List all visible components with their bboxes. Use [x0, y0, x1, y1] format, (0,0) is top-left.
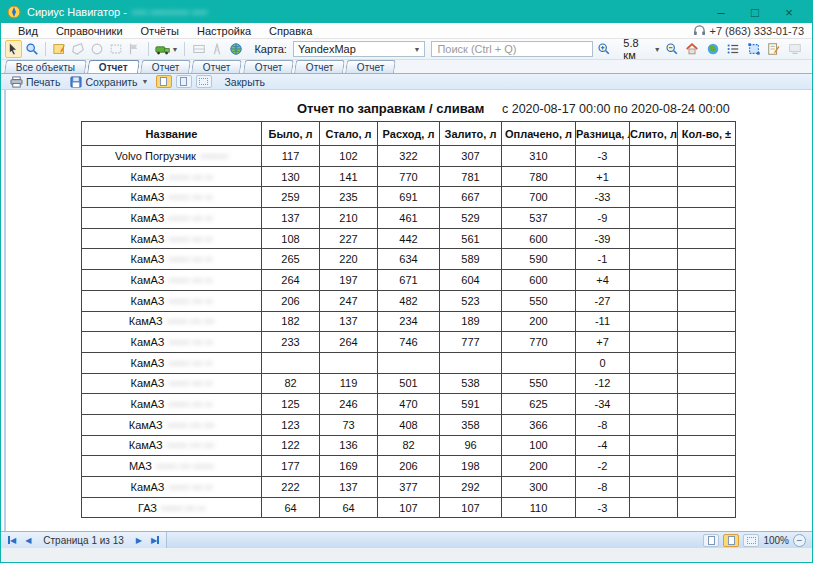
value-cell: [630, 373, 678, 394]
value-cell: [678, 249, 736, 270]
minimize-icon[interactable]: –: [704, 1, 738, 23]
prev-page-icon[interactable]: ◀: [22, 536, 34, 545]
redacted-plate: •••••• ••• ••: [168, 234, 212, 245]
notepad-edit-icon[interactable]: [765, 40, 784, 58]
geozone-globe-icon[interactable]: [228, 40, 245, 58]
title-bar: Сириус Навигатор - •••• •••••••••• •••• …: [1, 1, 812, 23]
vehicle-name-cell: КамАЗ•••••• ••• ••: [82, 166, 262, 187]
value-cell: [630, 456, 678, 477]
report-tab[interactable]: Отчет: [346, 60, 397, 73]
table-row[interactable]: КамАЗ•••••• ••• •• 259235691667700-33: [82, 187, 736, 208]
vehicle-name-cell: КамАЗ•••••• ••• ••: [82, 332, 262, 353]
table-row[interactable]: ГАЗ•••••• ••• •• 6464107107110-3: [82, 497, 736, 518]
multi-page-view-button[interactable]: [176, 75, 192, 88]
first-page-icon[interactable]: ◀: [5, 536, 19, 545]
value-cell: [630, 332, 678, 353]
globe-icon[interactable]: [704, 40, 723, 58]
normal-view-button[interactable]: [703, 534, 719, 547]
column-header: Разница, л: [576, 122, 630, 146]
value-cell: 182: [262, 311, 320, 332]
report-tab[interactable]: Отчет: [294, 60, 345, 73]
value-cell: 667: [440, 187, 502, 208]
zoom-in-icon[interactable]: [595, 40, 614, 58]
value-cell: 235: [320, 187, 378, 208]
menu-item[interactable]: Отчёты: [132, 25, 188, 37]
table-row[interactable]: КамАЗ•••••• ••• ••• 12373408358366-8: [82, 414, 736, 435]
value-cell: -9: [576, 208, 630, 229]
last-page-icon[interactable]: ▶: [148, 536, 162, 545]
zoom-out-slider-icon[interactable]: −: [793, 534, 806, 547]
rect-tool-icon: [107, 40, 124, 58]
value-cell: 591: [440, 394, 502, 415]
menu-item[interactable]: Вид: [9, 25, 47, 37]
zoom-out-icon[interactable]: [663, 40, 682, 58]
map-scale-dropdown[interactable]: 5.8 км ▼: [623, 37, 660, 61]
home-icon[interactable]: [683, 40, 702, 58]
map-type-select[interactable]: YandexMap ▼: [293, 41, 425, 57]
table-row[interactable]: КамАЗ•••••• ••• •• 233264746777770+7: [82, 332, 736, 353]
value-cell: 234: [378, 311, 440, 332]
redacted-plate: ••••••••: [200, 151, 228, 162]
maximize-icon[interactable]: □: [738, 1, 772, 23]
value-cell: [678, 373, 736, 394]
selection-rect-icon[interactable]: [745, 40, 764, 58]
print-button[interactable]: Печать: [7, 76, 63, 88]
redacted-plate: •••••• ••• ••: [168, 482, 212, 493]
table-row[interactable]: КамАЗ•••••• ••• •• 222137377292300-8: [82, 477, 736, 498]
redacted-plate: •••••• ••• ••: [168, 192, 212, 203]
report-tab[interactable]: Отчет: [87, 60, 140, 73]
report-tab[interactable]: Отчет: [140, 60, 191, 73]
page-layout-view-button[interactable]: [723, 534, 739, 547]
value-cell: [320, 352, 378, 373]
close-icon[interactable]: ×: [772, 1, 806, 23]
value-cell: [630, 228, 678, 249]
thumbnails-view-button[interactable]: [743, 534, 759, 547]
table-row[interactable]: КамАЗ•••••• ••• •• 265220634589590-1: [82, 249, 736, 270]
report-tab[interactable]: Все объекты: [4, 60, 87, 73]
edit-map-icon[interactable]: [51, 40, 68, 58]
table-row[interactable]: КамАЗ•••••• ••• •• 264197671604600+4: [82, 270, 736, 291]
value-cell: 671: [378, 270, 440, 291]
table-row[interactable]: Volvo Погрузчик•••••••• 117102322307310-…: [82, 146, 736, 167]
report-toolbar: Печать Сохранить ▼ Закрыть: [1, 74, 812, 90]
table-row[interactable]: КамАЗ•••••• ••• •• 82119501538550-12: [82, 373, 736, 394]
column-header: Было, л: [262, 122, 320, 146]
table-row[interactable]: КамАЗ•••••• ••• ••• 182137234189200-11: [82, 311, 736, 332]
table-row[interactable]: КамАЗ•••••• ••• •• 206247482523550-27: [82, 290, 736, 311]
value-cell: 470: [378, 394, 440, 415]
single-page-view-button[interactable]: [156, 75, 172, 88]
table-row[interactable]: КамАЗ•••••• ••• •• 0: [82, 352, 736, 373]
value-cell: [378, 352, 440, 373]
table-row[interactable]: КамАЗ•••••• ••• •• 137210461529537-9: [82, 208, 736, 229]
value-cell: 625: [502, 394, 576, 415]
save-button[interactable]: Сохранить ▼: [67, 76, 151, 88]
table-row[interactable]: КамАЗ•••••• ••• •• 130141770781780+1: [82, 166, 736, 187]
list-icon[interactable]: [724, 40, 743, 58]
pointer-tool-icon[interactable]: [5, 40, 22, 58]
table-row[interactable]: КамАЗ•••••• ••• •• 125246470591625-34: [82, 394, 736, 415]
redacted-plate: •••••• ••• ••: [168, 378, 212, 389]
fit-width-view-button[interactable]: [196, 75, 212, 88]
zoom-area-icon[interactable]: [24, 40, 41, 58]
next-page-icon[interactable]: ▶: [133, 536, 145, 545]
value-cell: 210: [320, 208, 378, 229]
polygon-tool-icon: [70, 40, 87, 58]
table-row[interactable]: КамАЗ•••••• ••• •• 108227442561600-39: [82, 228, 736, 249]
main-toolbar: ▼ Карта: YandexMap ▼ Поиск (Ctrl + Q) 5.…: [1, 39, 812, 60]
vehicle-name-cell: КамАЗ•••••• ••• ••: [82, 373, 262, 394]
table-row[interactable]: КамАЗ•••••• ••• ••• 1221368296100-4: [82, 435, 736, 456]
value-cell: 122: [262, 435, 320, 456]
report-tab[interactable]: Отчет: [191, 60, 242, 73]
menu-item[interactable]: Настройка: [188, 25, 260, 37]
vehicle-tool-icon[interactable]: ▼: [154, 40, 180, 58]
redacted-plate: •••••• ••• •••: [167, 440, 215, 451]
table-row[interactable]: МАЗ•••••• ••• •••••• 177169206198200-2: [82, 456, 736, 477]
menu-item[interactable]: Справочники: [47, 25, 132, 37]
search-input[interactable]: Поиск (Ctrl + Q): [431, 41, 592, 57]
window-bottom-edge: [1, 548, 812, 563]
menu-item[interactable]: Справка: [260, 25, 321, 37]
value-cell: 117: [262, 146, 320, 167]
report-tab[interactable]: Отчет: [243, 60, 294, 73]
caret-down-icon: ▼: [654, 46, 661, 53]
close-report-button[interactable]: Закрыть: [222, 76, 268, 88]
